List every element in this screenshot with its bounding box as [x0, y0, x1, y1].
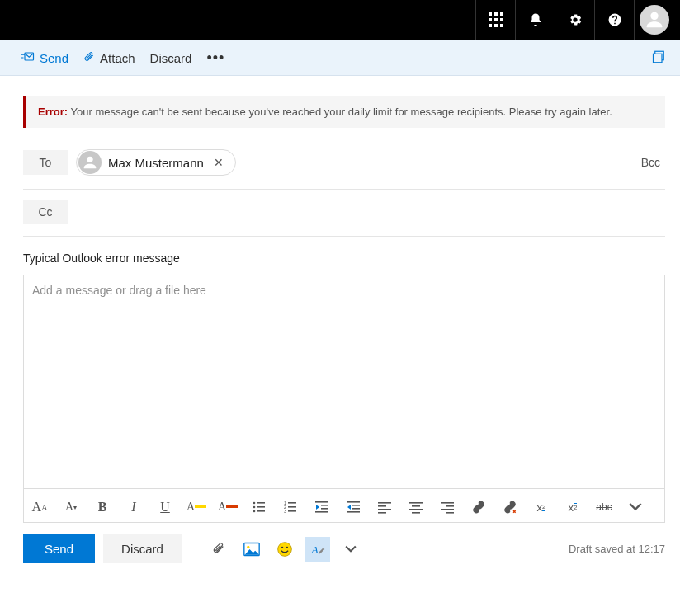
svg-rect-38 — [409, 502, 423, 504]
svg-point-13 — [87, 157, 92, 162]
insert-link-icon[interactable] — [468, 497, 489, 517]
svg-rect-45 — [446, 512, 454, 514]
svg-point-49 — [281, 546, 283, 548]
insert-emoji-icon[interactable] — [272, 537, 297, 562]
svg-rect-21 — [288, 502, 296, 504]
svg-text:A: A — [310, 543, 319, 556]
svg-rect-19 — [257, 510, 265, 512]
svg-rect-2 — [500, 12, 503, 16]
svg-point-16 — [253, 506, 256, 509]
superscript-icon[interactable]: x2 — [531, 497, 552, 517]
svg-rect-12 — [654, 54, 663, 63]
send-primary-button[interactable]: Send — [23, 534, 95, 563]
svg-rect-43 — [446, 505, 454, 507]
send-button[interactable]: Send — [20, 51, 68, 65]
svg-rect-23 — [288, 506, 296, 508]
account-avatar[interactable] — [634, 0, 673, 40]
notifications-icon[interactable] — [515, 0, 555, 40]
svg-rect-32 — [352, 508, 360, 510]
error-label: Error: — [38, 106, 68, 118]
discard-secondary-button[interactable]: Discard — [103, 534, 182, 563]
svg-rect-15 — [257, 502, 265, 504]
svg-rect-0 — [489, 12, 492, 16]
to-row: To Max Mustermann ✕ Bcc — [23, 148, 665, 190]
svg-rect-40 — [409, 509, 423, 510]
error-banner: Error: Your message can't be sent becaus… — [23, 96, 665, 128]
svg-text:3: 3 — [284, 509, 286, 514]
attach-button[interactable]: Attach — [83, 50, 135, 65]
bcc-button[interactable]: Bcc — [641, 156, 665, 169]
message-body[interactable]: Add a message or drag a file here — [23, 275, 665, 489]
svg-rect-5 — [500, 18, 503, 21]
svg-point-14 — [253, 502, 256, 505]
svg-point-47 — [247, 545, 249, 548]
svg-rect-1 — [494, 12, 498, 16]
svg-rect-34 — [378, 502, 391, 504]
bold-icon[interactable]: B — [92, 497, 113, 517]
svg-rect-26 — [315, 501, 328, 503]
remove-link-icon[interactable] — [499, 497, 521, 517]
svg-rect-44 — [441, 509, 454, 510]
svg-rect-42 — [441, 502, 454, 504]
font-size-icon[interactable]: AA — [29, 497, 50, 517]
settings-icon[interactable] — [555, 0, 594, 40]
more-actions-icon[interactable] — [338, 537, 363, 562]
discard-button[interactable]: Discard — [150, 51, 192, 65]
svg-point-50 — [286, 546, 288, 548]
draft-saved-status: Draft saved at 12:17 — [569, 543, 665, 555]
svg-rect-39 — [412, 505, 420, 507]
underline-icon[interactable]: U — [154, 497, 176, 517]
help-icon[interactable] — [594, 0, 634, 40]
svg-point-18 — [253, 510, 256, 513]
format-more-icon[interactable] — [625, 497, 646, 517]
svg-rect-4 — [494, 18, 498, 21]
more-menu-icon[interactable]: ••• — [206, 49, 224, 67]
person-avatar-icon — [78, 151, 102, 174]
send-label: Send — [40, 51, 68, 65]
svg-rect-31 — [352, 505, 360, 506]
subject-input[interactable] — [23, 252, 665, 265]
increase-indent-icon[interactable] — [342, 497, 364, 517]
font-family-icon[interactable]: A▾ — [60, 497, 82, 517]
numbered-list-icon[interactable]: 123 — [280, 497, 301, 517]
align-right-icon[interactable] — [437, 497, 458, 517]
highlight-icon[interactable]: A — [186, 497, 207, 517]
toggle-format-toolbar-icon[interactable]: A — [305, 537, 330, 562]
strikethrough-icon[interactable]: abc — [593, 497, 615, 517]
svg-rect-41 — [412, 512, 420, 514]
recipient-chip[interactable]: Max Mustermann ✕ — [76, 149, 236, 176]
discard-label: Discard — [150, 51, 192, 65]
apps-icon[interactable] — [475, 0, 515, 40]
svg-rect-33 — [347, 511, 360, 513]
svg-rect-36 — [378, 509, 391, 510]
cc-button[interactable]: Cc — [23, 200, 68, 224]
svg-rect-30 — [347, 501, 360, 503]
italic-icon[interactable]: I — [123, 497, 144, 517]
svg-rect-6 — [489, 24, 492, 27]
align-left-icon[interactable] — [374, 497, 395, 517]
format-toolbar: AA A▾ B I U A A 123 x2 x2 abc — [23, 489, 665, 523]
font-color-icon[interactable]: A — [217, 497, 238, 517]
bulleted-list-icon[interactable] — [248, 497, 270, 517]
svg-rect-3 — [489, 18, 492, 21]
insert-picture-icon[interactable] — [239, 537, 264, 562]
svg-rect-7 — [494, 24, 498, 27]
attach-file-icon[interactable] — [206, 537, 231, 562]
compose-toolbar: Send Attach Discard ••• — [0, 40, 680, 76]
subject-row — [23, 237, 665, 275]
svg-rect-37 — [378, 512, 386, 514]
recipient-name: Max Mustermann — [108, 156, 204, 170]
cc-row: Cc — [23, 190, 665, 237]
compose-pane: Error: Your message can't be sent becaus… — [0, 76, 680, 583]
to-button[interactable]: To — [23, 150, 68, 175]
decrease-indent-icon[interactable] — [311, 497, 333, 517]
remove-recipient-icon[interactable]: ✕ — [210, 156, 227, 169]
attach-label: Attach — [100, 51, 135, 65]
error-message: Your message can't be sent because you'v… — [71, 106, 612, 118]
svg-rect-25 — [288, 510, 296, 512]
popout-icon[interactable] — [652, 49, 667, 67]
align-center-icon[interactable] — [405, 497, 427, 517]
subscript-icon[interactable]: x2 — [562, 497, 583, 517]
app-header — [0, 0, 680, 40]
bottom-actions: Send Discard A Draft saved at 12:17 — [23, 523, 665, 563]
